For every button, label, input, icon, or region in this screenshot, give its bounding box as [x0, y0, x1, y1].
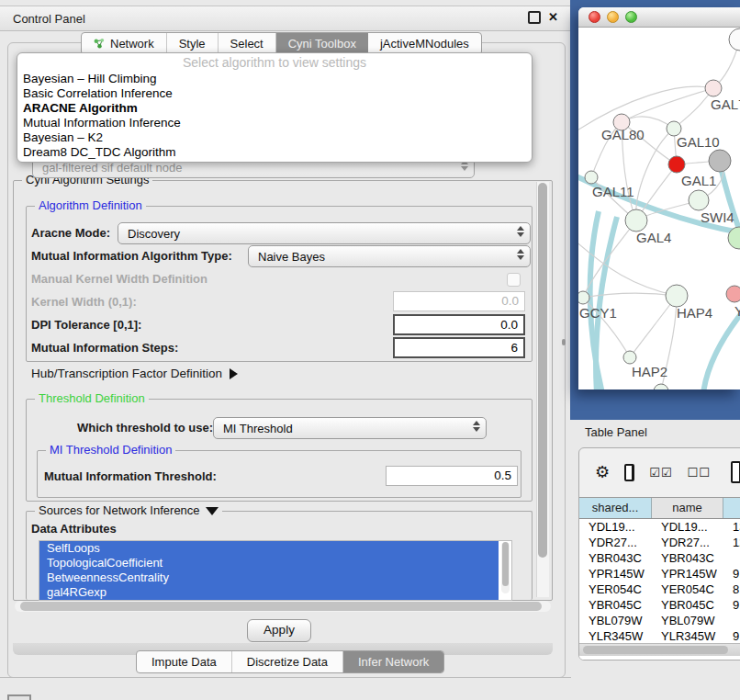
table-cell: YBL079W: [652, 613, 723, 628]
node-table: shared...nameA YDL19...YDL19...13YDR27..…: [579, 497, 740, 660]
node-hap4-label: HAP4: [677, 305, 712, 321]
table-row[interactable]: YBR043CYBR043C: [579, 550, 740, 566]
mi-steps-field[interactable]: 6: [393, 337, 525, 358]
tab-infer-network[interactable]: Infer Network: [343, 651, 443, 672]
column-header[interactable]: name: [652, 498, 723, 518]
tab-network[interactable]: Network: [82, 33, 167, 54]
which-threshold-combobox[interactable]: MI Threshold: [213, 417, 487, 439]
algorithm-option[interactable]: Dream8 DC_TDC Algorithm: [17, 145, 532, 160]
data-attributes-list[interactable]: SelfLoopsTopologicalCoefficientBetweenne…: [39, 540, 512, 601]
table-row[interactable]: YDL19...YDL19...13: [579, 519, 740, 535]
mi-threshold-field[interactable]: 0.5: [386, 466, 518, 486]
network-graph-canvas[interactable]: GAL7GAL80GAL10GAL1GAL11SWI4GAL4GCY1HAP4Y…: [578, 28, 740, 390]
table-panel-title: Table Panel: [585, 425, 647, 439]
table-cell: 8.: [723, 581, 740, 597]
node-hap2[interactable]: [623, 351, 636, 364]
attribute-list-item[interactable]: BetweennessCentrality: [39, 570, 499, 585]
node-gal7[interactable]: [705, 80, 722, 96]
which-threshold-value: MI Threshold: [223, 422, 293, 435]
network-icon: [94, 38, 106, 50]
node-red[interactable]: [668, 156, 685, 173]
column-pane-icon[interactable]: [624, 464, 634, 481]
algorithm-option[interactable]: Bayesian – Hill Climbing: [17, 72, 532, 86]
table-row[interactable]: YLR345WYLR345W9.: [579, 628, 740, 644]
network-window-titlebar[interactable]: [578, 7, 740, 28]
column-header[interactable]: A: [723, 498, 740, 518]
manual-kernel-label: Manual Kernel Width Definition: [31, 272, 207, 286]
close-icon[interactable]: ✕: [548, 11, 558, 24]
hub-definition-section[interactable]: Hub/Transcription Factor Definition: [31, 367, 238, 380]
node-gray[interactable]: [709, 150, 731, 172]
close-traffic-light-icon[interactable]: [589, 11, 600, 23]
settings-vertical-scrollbar[interactable]: [536, 182, 549, 597]
apply-button[interactable]: Apply: [247, 619, 311, 642]
table-row[interactable]: YDR27...YDR27...12: [579, 535, 740, 550]
node-gal11[interactable]: [585, 171, 598, 184]
algorithm-dropdown-popup: Select algorithm to view settings Bayesi…: [17, 52, 533, 163]
node-top[interactable]: [729, 28, 740, 51]
attribute-list-item[interactable]: SelfLoops: [39, 541, 499, 556]
tab-cyni-toolbox[interactable]: Cyni Toolbox: [276, 33, 368, 54]
mi-type-combobox[interactable]: Naive Bayes: [248, 245, 531, 267]
node-gal1[interactable]: [689, 190, 709, 210]
combobox-stepper-icon: [517, 226, 524, 237]
network-edge: [630, 296, 677, 357]
minimized-panel-icon[interactable]: [7, 694, 31, 700]
node-gal4[interactable]: [625, 209, 647, 231]
table-cell: 12: [723, 535, 740, 550]
table-cell: 9.: [723, 597, 740, 613]
column-header[interactable]: shared...: [579, 498, 652, 518]
node-gal4-label: GAL4: [636, 230, 671, 245]
table-cell: YLR345W: [652, 628, 723, 644]
expanded-arrow-icon[interactable]: [206, 507, 219, 515]
table-row[interactable]: YBL079WYBL079W: [579, 613, 740, 628]
dpi-tolerance-field[interactable]: 0.0: [393, 314, 525, 335]
algorithm-option[interactable]: Basic Correlation Inference: [17, 86, 532, 101]
kernel-width-label: Kernel Width (0,1):: [31, 295, 137, 309]
tab-impute-data[interactable]: Impute Data: [137, 651, 232, 672]
checked-columns-icon[interactable]: ☑☑: [649, 466, 672, 480]
table-horizontal-scrollbar[interactable]: [579, 643, 740, 656]
node-gal1-label: GAL1: [681, 173, 716, 188]
table-panel: ⚙ ☑☑ ☐☐ shared...nameA YDL19...YDL19...1…: [578, 447, 740, 660]
node-hap2-label: HAP2: [632, 364, 667, 379]
network-edge-thick: [596, 217, 617, 390]
table-row[interactable]: YBR045CYBR045C9.: [579, 597, 740, 613]
algorithm-definition-title: Algorithm Definition: [35, 198, 146, 212]
node-hap4[interactable]: [666, 285, 688, 307]
aracne-mode-combobox[interactable]: Discovery: [118, 222, 531, 244]
node-bottom[interactable]: [654, 384, 668, 390]
kernel-width-field[interactable]: 0.0: [393, 291, 525, 311]
tab-jactivemnodules[interactable]: jActiveMNodules: [368, 33, 481, 54]
mi-threshold-group-title: MI Threshold Definition: [46, 443, 175, 457]
float-window-icon[interactable]: [528, 11, 541, 24]
manual-kernel-checkbox[interactable]: [507, 273, 521, 287]
attribute-list-item[interactable]: TopologicalCoefficient: [39, 556, 499, 570]
unchecked-columns-icon[interactable]: ☐☐: [688, 466, 711, 480]
node-pink-right[interactable]: [726, 286, 740, 302]
which-threshold-label: Which threshold to use:: [77, 421, 213, 435]
algorithm-option[interactable]: Bayesian – K2: [17, 130, 532, 145]
algorithm-option[interactable]: Mutual Information Inference: [17, 116, 532, 130]
tab-discretize-data[interactable]: Discretize Data: [232, 651, 343, 672]
settings-horizontal-scrollbar[interactable]: [15, 601, 551, 612]
split-pane-handle[interactable]: [562, 339, 566, 345]
node-pink-right-label: Y: [734, 303, 740, 319]
tab-select[interactable]: Select: [219, 33, 276, 54]
mi-type-value: Naive Bayes: [258, 250, 325, 264]
combobox-stepper-icon: [517, 249, 524, 260]
combobox-stepper-icon: [473, 421, 480, 432]
table-cell: 9.: [723, 566, 740, 581]
tab-style[interactable]: Style: [167, 33, 219, 54]
attribute-list-item[interactable]: gal4RGexp: [39, 585, 499, 600]
table-row[interactable]: YER054CYER054C8.: [579, 581, 740, 597]
gear-icon[interactable]: ⚙: [595, 464, 610, 480]
attributes-list-scrollbar[interactable]: [501, 542, 510, 593]
table-row[interactable]: YPR145WYPR145W9.: [579, 566, 740, 581]
collapsed-arrow-icon[interactable]: [230, 368, 238, 379]
algorithm-option[interactable]: ARACNE Algorithm: [17, 101, 532, 116]
node-gcy1[interactable]: [578, 291, 589, 304]
document-icon[interactable]: [731, 461, 740, 483]
zoom-traffic-light-icon[interactable]: [625, 11, 637, 23]
minimize-traffic-light-icon[interactable]: [607, 11, 619, 23]
